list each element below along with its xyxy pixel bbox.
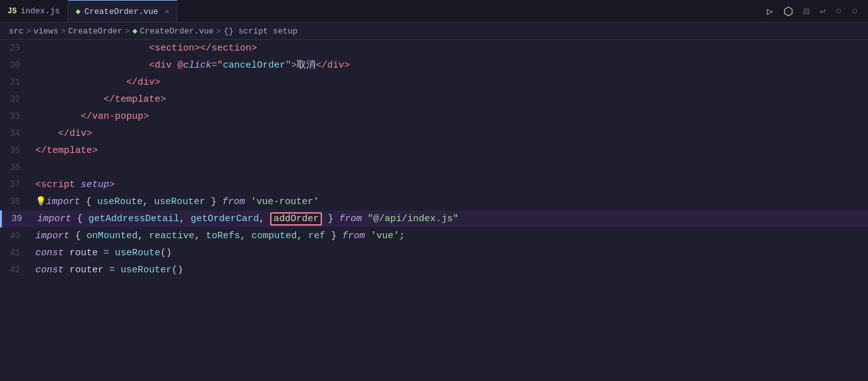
breadcrumb: src > views > CreateOrder > ◆ CreateOrde… <box>0 23 868 40</box>
tab-label-create-order-vue: CreateOrder.vue <box>85 7 158 16</box>
tab-create-order-vue[interactable]: ◆ CreateOrder.vue ✕ <box>68 0 177 22</box>
code-line-34: 34 </div> <box>0 125 868 142</box>
line-content-33: </van-popup> <box>33 109 868 125</box>
line-number-38: 38 <box>0 193 33 210</box>
line-number-31: 31 <box>0 74 33 90</box>
line-content-32: </template> <box>33 92 868 108</box>
line-content-38: 💡import { useRoute, useRouter } from 'vu… <box>33 193 868 210</box>
code-line-33: 33 </van-popup> <box>0 108 868 125</box>
undo-icon[interactable]: ↩ <box>819 5 826 18</box>
code-line-29: 29 <section></section> <box>0 40 868 57</box>
line-content-37: <script setup> <box>33 177 868 193</box>
line-number-36: 36 <box>0 159 33 176</box>
toolbar-right: ▷ ⬡ ⊡ ↩ ○ ○ <box>767 4 868 18</box>
vue-icon-tab: ◆ <box>76 6 81 16</box>
breadcrumb-create-order: CreateOrder <box>68 27 122 36</box>
code-line-42: 42 const router = useRouter() <box>0 262 868 279</box>
tab-bar: JS index.js ◆ CreateOrder.vue ✕ ▷ ⬡ ⊡ ↩ … <box>0 0 868 23</box>
highlighted-addorder: addOrder <box>270 212 322 226</box>
line-content-39: import { getAddressDetail, getOrderCard,… <box>35 211 868 227</box>
code-line-37: 37 <script setup> <box>0 176 868 193</box>
code-line-40: 40 import { onMounted, reactive, toRefs,… <box>0 227 868 245</box>
code-line-39: 39 import { getAddressDetail, getOrderCa… <box>0 210 868 227</box>
line-content-36 <box>33 160 868 176</box>
breadcrumb-src: src <box>9 27 23 36</box>
line-content-34: </div> <box>33 126 868 142</box>
code-line-30: 30 <div @click="cancelOrder">取消</div> <box>0 57 868 74</box>
line-number-41: 41 <box>0 245 33 261</box>
line-number-34: 34 <box>0 125 33 142</box>
line-content-30: <div @click="cancelOrder">取消</div> <box>33 57 868 74</box>
line-content-35: </template> <box>33 143 868 159</box>
line-number-33: 33 <box>0 108 33 124</box>
code-line-31: 31 </div> <box>0 74 868 91</box>
line-content-29: <section></section> <box>33 40 868 57</box>
line-number-32: 32 <box>0 91 33 107</box>
code-line-41: 41 const route = useRoute() <box>0 245 868 262</box>
close-icon[interactable]: ✕ <box>165 7 169 16</box>
tab-index-js[interactable]: JS index.js <box>0 0 68 22</box>
code-line-32: 32 </template> <box>0 91 868 108</box>
line-number-39: 39 <box>2 210 35 227</box>
line-content-40: import { onMounted, reactive, toRefs, co… <box>33 228 868 245</box>
breadcrumb-file: CreateOrder.vue <box>140 27 214 36</box>
line-number-42: 42 <box>0 262 33 278</box>
circle-icon-1[interactable]: ○ <box>836 6 842 17</box>
code-line-38: 38 💡import { useRoute, useRouter } from … <box>0 193 868 210</box>
line-number-30: 30 <box>0 57 33 73</box>
tab-label-index-js: index.js <box>20 6 59 16</box>
vite-icon[interactable]: ⬡ <box>783 4 794 18</box>
code-editor: 29 <section></section> 30 <div @click="c… <box>0 40 868 279</box>
code-line-35: 35 </template> <box>0 142 868 159</box>
js-icon: JS <box>8 7 16 16</box>
code-line-36: 36 <box>0 159 868 176</box>
line-number-35: 35 <box>0 142 33 159</box>
line-content-41: const route = useRoute() <box>33 245 868 262</box>
line-number-40: 40 <box>0 227 33 244</box>
line-number-29: 29 <box>0 40 33 56</box>
line-content-31: </div> <box>33 75 868 91</box>
run-icon[interactable]: ▷ <box>767 5 773 18</box>
line-content-42: const router = useRouter() <box>33 262 868 279</box>
breadcrumb-views: views <box>33 27 58 36</box>
breadcrumb-section: {} script setup <box>223 27 297 36</box>
layout-icon[interactable]: ⊡ <box>804 5 810 18</box>
breadcrumb-vue-icon: ◆ <box>133 26 138 36</box>
circle-icon-2[interactable]: ○ <box>852 6 858 17</box>
line-number-37: 37 <box>0 176 33 193</box>
